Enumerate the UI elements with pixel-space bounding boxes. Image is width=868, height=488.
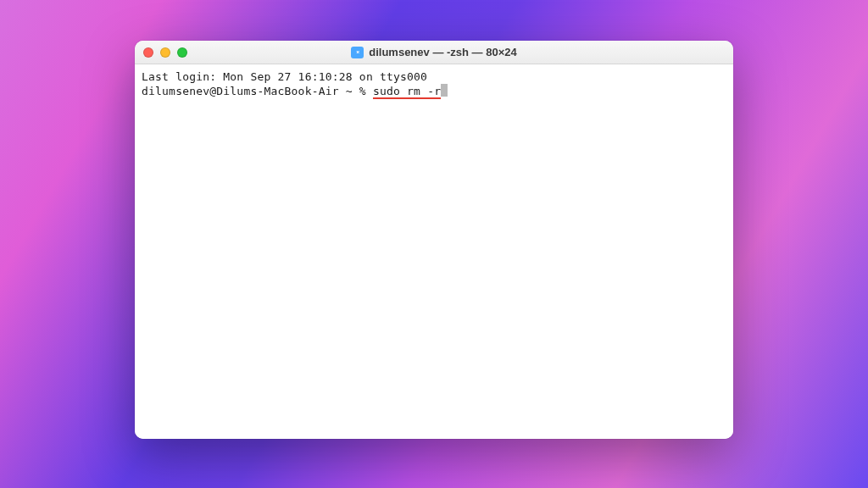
terminal-body: Last login: Mon Sep 27 16:10:28 on ttys0… [135,64,733,439]
terminal-input-area[interactable] [135,64,733,439]
window-titlebar: dilumsenev — -zsh — 80×24 [135,41,733,64]
minimize-button-icon[interactable] [160,47,170,58]
terminal-app-icon [351,47,364,58]
window-title: dilumsenev — -zsh — 80×24 [369,46,516,58]
window-controls [143,47,187,58]
window-title-wrap: dilumsenev — -zsh — 80×24 [135,41,733,64]
close-button-icon[interactable] [143,47,153,58]
zoom-button-icon[interactable] [177,47,187,58]
terminal-window: dilumsenev — -zsh — 80×24 Last login: Mo… [135,41,733,439]
